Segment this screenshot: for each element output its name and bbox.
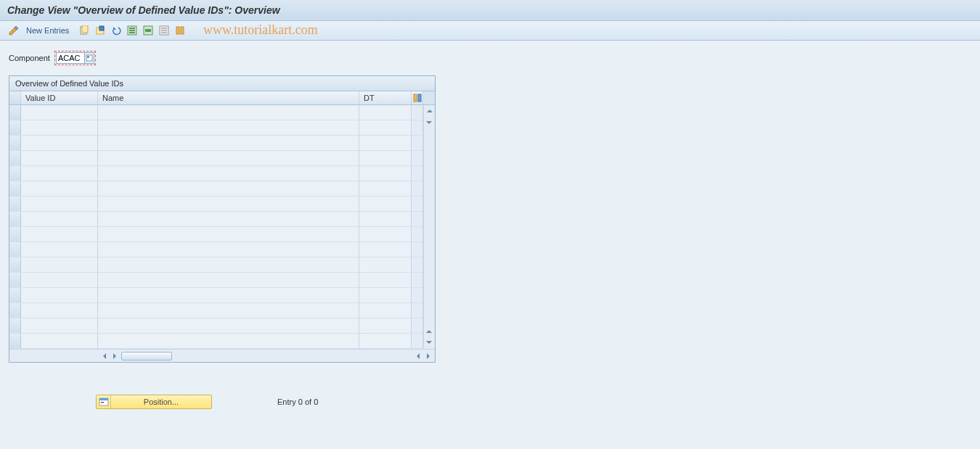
row-selector[interactable] xyxy=(9,227,21,242)
cell-dt[interactable] xyxy=(359,318,412,333)
vertical-scrollbar[interactable] xyxy=(423,105,435,349)
scroll-down-icon[interactable] xyxy=(424,118,434,128)
scroll-up-icon[interactable] xyxy=(425,106,435,116)
position-button[interactable]: Position... xyxy=(96,395,212,409)
select-all-icon[interactable] xyxy=(126,24,139,37)
row-selector[interactable] xyxy=(9,197,21,211)
svg-rect-15 xyxy=(181,27,184,34)
cell-value-id[interactable] xyxy=(21,120,98,135)
scroll-right-inner-icon[interactable] xyxy=(110,351,120,361)
cell-dt[interactable] xyxy=(359,136,412,150)
cell-value-id[interactable] xyxy=(21,181,98,196)
cell-dt[interactable] xyxy=(359,227,412,242)
row-selector[interactable] xyxy=(9,136,21,150)
cell-value-id[interactable] xyxy=(21,334,98,348)
cell-name[interactable] xyxy=(98,181,359,196)
footer-row: Position... Entry 0 of 0 xyxy=(96,395,971,409)
row-selector[interactable] xyxy=(9,105,21,120)
cell-value-id[interactable] xyxy=(21,303,98,318)
cell-dt[interactable] xyxy=(359,151,412,165)
cell-value-id[interactable] xyxy=(21,105,98,120)
cell-name[interactable] xyxy=(98,120,359,135)
cell-dt[interactable] xyxy=(359,181,412,196)
column-header-name[interactable]: Name xyxy=(98,91,359,104)
cell-name[interactable] xyxy=(98,242,359,257)
cell-dt[interactable] xyxy=(359,242,412,257)
delete-icon[interactable] xyxy=(94,24,107,37)
row-selector[interactable] xyxy=(9,334,21,348)
row-selector[interactable] xyxy=(9,166,21,181)
cell-name[interactable] xyxy=(98,334,359,348)
row-selector[interactable] xyxy=(9,288,21,302)
cell-value-id[interactable] xyxy=(21,197,98,211)
column-header-value-id[interactable]: Value ID xyxy=(21,91,98,104)
cell-value-id[interactable] xyxy=(21,273,98,287)
select-block-icon[interactable] xyxy=(142,24,155,37)
table-row xyxy=(9,197,435,212)
scroll-left-icon[interactable] xyxy=(99,351,110,361)
cell-name[interactable] xyxy=(98,105,359,120)
table-row xyxy=(9,181,435,197)
table-settings-icon[interactable] xyxy=(412,91,423,104)
cell-name[interactable] xyxy=(98,258,359,272)
configuration-icon[interactable] xyxy=(173,24,187,37)
row-selector-header[interactable] xyxy=(9,91,21,104)
cell-value-id[interactable] xyxy=(21,258,98,272)
cell-value-id[interactable] xyxy=(21,288,98,302)
cell-value-id[interactable] xyxy=(21,318,98,333)
cell-dt[interactable] xyxy=(359,166,412,181)
column-header-dt[interactable]: DT xyxy=(359,91,412,104)
scroll-down-bottom-icon[interactable] xyxy=(424,337,434,347)
new-entries-button[interactable]: New Entries xyxy=(23,25,75,36)
row-selector[interactable] xyxy=(9,120,21,135)
cell-value-id[interactable] xyxy=(21,166,98,181)
cell-dt[interactable] xyxy=(359,303,412,318)
undo-change-icon[interactable] xyxy=(110,24,123,37)
row-selector[interactable] xyxy=(9,318,21,333)
cell-dt[interactable] xyxy=(359,273,412,287)
cell-dt[interactable] xyxy=(359,197,412,211)
toggle-change-icon[interactable] xyxy=(7,24,20,37)
cell-value-id[interactable] xyxy=(21,136,98,150)
horizontal-scrollbar[interactable] xyxy=(9,349,435,362)
cell-name[interactable] xyxy=(98,273,359,287)
cell-dt[interactable] xyxy=(359,212,412,226)
horizontal-scroll-thumb[interactable] xyxy=(121,352,172,361)
cell-name[interactable] xyxy=(98,288,359,302)
row-selector[interactable] xyxy=(9,181,21,196)
cell-value-id[interactable] xyxy=(21,227,98,242)
cell-name[interactable] xyxy=(98,166,359,181)
row-selector[interactable] xyxy=(9,303,21,318)
cell-value-id[interactable] xyxy=(21,242,98,257)
cell-scroll-gutter xyxy=(412,166,423,181)
scroll-right-icon[interactable] xyxy=(423,351,433,361)
svg-rect-19 xyxy=(418,94,421,102)
scroll-up-bottom-icon[interactable] xyxy=(424,326,434,337)
cell-value-id[interactable] xyxy=(21,212,98,226)
cell-dt[interactable] xyxy=(359,105,412,120)
cell-dt[interactable] xyxy=(359,120,412,135)
scroll-left-end-icon[interactable] xyxy=(413,351,423,361)
component-value-help-icon[interactable] xyxy=(84,52,94,64)
watermark-text: www.tutorialkart.com xyxy=(203,22,318,38)
row-selector[interactable] xyxy=(9,212,21,226)
cell-name[interactable] xyxy=(98,303,359,318)
component-input[interactable] xyxy=(56,52,85,64)
row-selector[interactable] xyxy=(9,151,21,165)
cell-name[interactable] xyxy=(98,197,359,211)
cell-name[interactable] xyxy=(98,151,359,165)
cell-dt[interactable] xyxy=(359,258,412,272)
cell-value-id[interactable] xyxy=(21,151,98,165)
cell-dt[interactable] xyxy=(359,334,412,348)
cell-name[interactable] xyxy=(98,212,359,226)
row-selector[interactable] xyxy=(9,273,21,287)
row-selector[interactable] xyxy=(9,258,21,272)
cell-name[interactable] xyxy=(98,136,359,150)
deselect-all-icon[interactable] xyxy=(158,24,171,37)
table-row xyxy=(9,166,435,181)
row-selector[interactable] xyxy=(9,242,21,257)
cell-dt[interactable] xyxy=(359,288,412,302)
cell-name[interactable] xyxy=(98,227,359,242)
copy-as-icon[interactable] xyxy=(78,24,91,37)
cell-name[interactable] xyxy=(98,318,359,333)
